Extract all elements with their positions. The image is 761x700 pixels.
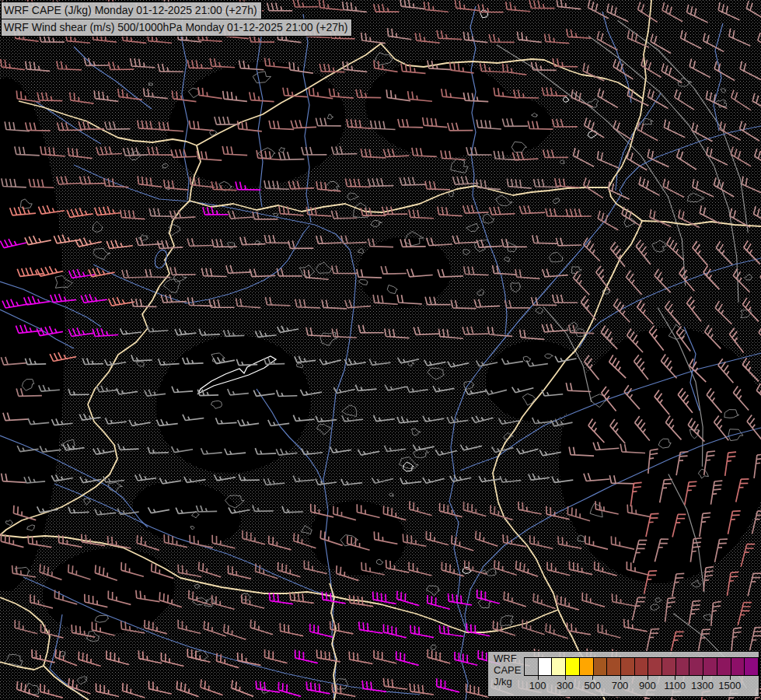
legend-color-scale: 100300500700900110013001500 [524,657,757,693]
legend-tick-label: 100 [529,680,546,691]
black-patch [443,93,552,156]
legend-swatch [689,658,703,675]
black-patch [358,237,451,307]
legend-tick-label: 1300 [691,680,714,691]
legend-swatch [662,658,676,675]
legend-tick-label: 900 [639,680,656,691]
legend-tick-label: 500 [584,680,601,691]
legend-swatch [731,658,745,675]
legend-tick-label: 700 [612,680,629,691]
title-wind-shear: WRF Wind shear (m/s) 500/1000hPa Monday … [1,19,352,37]
legend-swatch [745,658,758,675]
title-cape: WRF CAPE (J/kg) Monday 01-12-2025 21:00 … [1,2,262,19]
legend-variable-label: CAPE [494,664,521,676]
legend-units-label: J/kg [494,676,521,688]
legend-swatch-row [524,657,759,676]
black-patch [486,341,587,422]
legend-swatch [635,658,649,675]
legend-swatch [580,658,594,675]
title-wind-shear-text: WRF Wind shear (m/s) 500/1000hPa Monday … [4,21,347,33]
legend-swatch [607,658,621,675]
legend-model-label: WRF [494,653,521,664]
cape-legend: WRF CAPE J/kg 10030050070090011001300150… [487,651,759,697]
weather-map-canvas [0,0,761,700]
title-cape-text: WRF CAPE (J/kg) Monday 01-12-2025 21:00 … [4,4,257,16]
legend-swatch [648,658,662,675]
legend-swatch [621,658,635,675]
legend-swatch [703,658,717,675]
legend-swatch [717,658,731,675]
legend-swatch [676,658,690,675]
legend-swatch [539,658,553,675]
legend-swatch-hatched [525,658,539,675]
legend-tick-label: 300 [557,680,574,691]
legend-labels: WRF CAPE J/kg [494,653,521,688]
legend-swatch [594,658,608,675]
weather-map-screen: WRF CAPE (J/kg) Monday 01-12-2025 21:00 … [0,0,761,700]
legend-swatch [566,658,580,675]
legend-swatch [552,658,566,675]
legend-tick-label: 1500 [718,680,741,691]
legend-tick-label: 1100 [664,680,686,691]
